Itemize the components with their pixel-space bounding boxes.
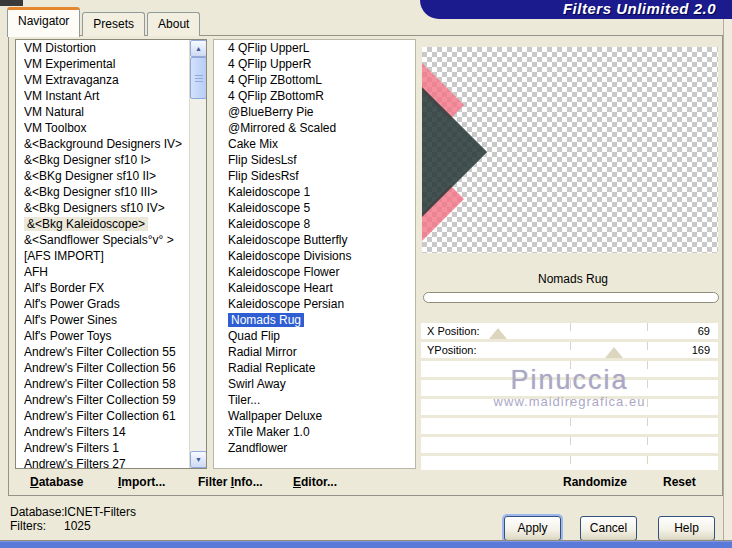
list-item[interactable]: Radial Mirror (214, 344, 415, 360)
menu-item-editor[interactable]: Editor... (293, 470, 337, 495)
list-item[interactable]: Nomads Rug (214, 312, 415, 328)
scroll-down-icon[interactable]: ▼ (190, 451, 207, 468)
list-item[interactable]: &<Bkg Kaleidoscope> (16, 216, 189, 232)
list-item[interactable]: @Mirrored & Scaled (214, 120, 415, 136)
list-item[interactable]: Kaleidoscope Persian (214, 296, 415, 312)
list-item[interactable]: Quad Flip (214, 328, 415, 344)
list-item[interactable]: Alf's Power Toys (16, 328, 189, 344)
list-item[interactable]: Andrew's Filters 27 (16, 456, 189, 468)
tab-about[interactable]: About (147, 12, 200, 36)
tab-navigator[interactable]: Navigator (7, 7, 80, 37)
list-item[interactable]: VM Distortion (16, 40, 189, 56)
filters-count-label: Filters: (10, 519, 46, 533)
list-item-label: Flip SidesLsf (228, 153, 297, 167)
parameter-row[interactable] (421, 361, 718, 377)
list-item[interactable]: Alf's Power Sines (16, 312, 189, 328)
list-item[interactable]: Radial Replicate (214, 360, 415, 376)
list-item[interactable]: @BlueBerry Pie (214, 104, 415, 120)
scroll-up-icon[interactable]: ▲ (190, 40, 207, 57)
list-item[interactable]: Kaleidoscope Butterfly (214, 232, 415, 248)
list-item[interactable]: 4 QFlip UpperL (214, 40, 415, 56)
list-item[interactable]: Alf's Border FX (16, 280, 189, 296)
slider-tick (647, 456, 648, 464)
list-item[interactable]: Tiler... (214, 392, 415, 408)
list-item[interactable]: AFH (16, 264, 189, 280)
menu-item-import[interactable]: Import... (118, 470, 165, 495)
list-item[interactable]: Andrew's Filters 14 (16, 424, 189, 440)
menu-item-database[interactable]: Database (30, 470, 83, 495)
list-item[interactable]: VM Natural (16, 104, 189, 120)
slider-thumb-icon[interactable] (605, 347, 623, 358)
list-item-label: Tiler... (228, 393, 260, 407)
help-button[interactable]: Help (658, 516, 715, 541)
list-item[interactable]: Kaleidoscope 1 (214, 184, 415, 200)
list-item[interactable]: Kaleidoscope Divisions (214, 248, 415, 264)
menu-item-text: ditor... (301, 475, 337, 489)
list-item[interactable]: &<Bkg Designer sf10 I> (16, 152, 189, 168)
list-item[interactable]: [AFS IMPORT] (16, 248, 189, 264)
category-scrollbar[interactable]: ▲ ▼ (189, 40, 206, 468)
list-item-label: Alf's Power Grads (24, 297, 120, 311)
tab-presets[interactable]: Presets (82, 12, 145, 36)
list-item-label: Andrew's Filters 14 (24, 425, 126, 439)
scrollbar-thumb[interactable] (190, 57, 207, 99)
list-item[interactable]: VM Toolbox (16, 120, 189, 136)
list-item[interactable]: VM Instant Art (16, 88, 189, 104)
list-item[interactable]: Cake Mix (214, 136, 415, 152)
apply-button[interactable]: Apply (504, 516, 561, 541)
parameter-row[interactable] (421, 380, 718, 396)
preview-canvas (422, 47, 718, 253)
parameter-row[interactable] (421, 437, 718, 453)
list-item-label: &<Sandflower Specials°v° > (24, 233, 174, 247)
title-banner: Filters Unlimited 2.0 (420, 0, 732, 19)
list-item-label: Andrew's Filter Collection 61 (24, 409, 176, 423)
list-item[interactable]: &<Background Designers IV> (16, 136, 189, 152)
list-item[interactable]: &<Bkg Designer sf10 III> (16, 184, 189, 200)
list-item[interactable]: Wallpaper Deluxe (214, 408, 415, 424)
slider-row[interactable]: X Position:69 (421, 323, 718, 339)
list-item-label: Cake Mix (228, 137, 278, 151)
list-item[interactable]: Kaleidoscope 8 (214, 216, 415, 232)
parameter-row[interactable] (421, 418, 718, 434)
list-item[interactable]: 4 QFlip ZBottomR (214, 88, 415, 104)
list-item[interactable]: Zandflower (214, 440, 415, 456)
list-item-label: Flip SidesRsf (228, 169, 299, 183)
list-item[interactable]: Kaleidoscope Heart (214, 280, 415, 296)
list-item[interactable]: Kaleidoscope 5 (214, 200, 415, 216)
list-item[interactable]: Alf's Power Grads (16, 296, 189, 312)
list-item[interactable]: Andrew's Filter Collection 58 (16, 376, 189, 392)
list-item[interactable]: &<BKg Designer sf10 II> (16, 168, 189, 184)
list-item[interactable]: VM Extravaganza (16, 72, 189, 88)
slider-tick (570, 342, 571, 350)
randomize-button[interactable]: Randomize (563, 470, 627, 495)
window-right-frame (723, 19, 732, 540)
list-item[interactable]: Flip SidesLsf (214, 152, 415, 168)
slider-tick (647, 323, 648, 331)
list-item-label: Kaleidoscope 1 (228, 185, 310, 199)
list-item[interactable]: 4 QFlip ZBottomL (214, 72, 415, 88)
list-item[interactable]: Andrew's Filter Collection 59 (16, 392, 189, 408)
slider-thumb-icon[interactable] (489, 328, 507, 339)
list-item-label: xTile Maker 1.0 (228, 425, 310, 439)
filters-unlimited-window: { "title_bar": { "title": "Filters Unlim… (0, 0, 732, 548)
bottom-menu-strip: DatabaseImport...Filter Info...Editor...… (9, 470, 722, 495)
list-item[interactable]: Andrew's Filter Collection 55 (16, 344, 189, 360)
list-item[interactable]: &<Sandflower Specials°v° > (16, 232, 189, 248)
list-item[interactable]: Swirl Away (214, 376, 415, 392)
slider-tick (647, 380, 648, 388)
list-item[interactable]: xTile Maker 1.0 (214, 424, 415, 440)
list-item[interactable]: VM Experimental (16, 56, 189, 72)
slider-row[interactable]: YPosition:169 (421, 342, 718, 358)
list-item[interactable]: &<Bkg Designers sf10 IV> (16, 200, 189, 216)
list-item[interactable]: Andrew's Filter Collection 56 (16, 360, 189, 376)
reset-button[interactable]: Reset (663, 470, 696, 495)
parameter-row[interactable] (421, 399, 718, 415)
list-item[interactable]: 4 QFlip UpperR (214, 56, 415, 72)
list-item[interactable]: Andrew's Filters 1 (16, 440, 189, 456)
menu-item-filter-info[interactable]: Filter Info... (198, 470, 263, 495)
list-item[interactable]: Andrew's Filter Collection 61 (16, 408, 189, 424)
list-item[interactable]: Kaleidoscope Flower (214, 264, 415, 280)
cancel-button[interactable]: Cancel (580, 516, 637, 541)
list-item-label: Andrew's Filter Collection 58 (24, 377, 176, 391)
list-item[interactable]: Flip SidesRsf (214, 168, 415, 184)
